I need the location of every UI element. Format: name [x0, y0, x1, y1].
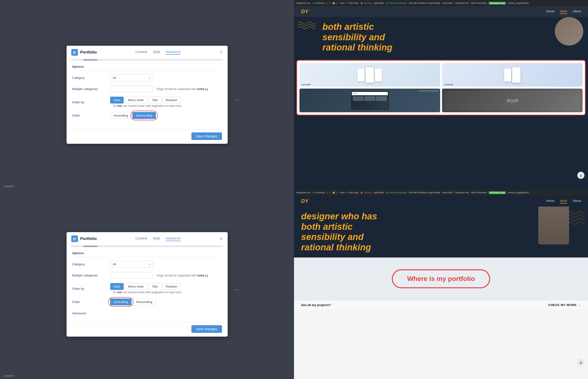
- hero-text-top: both artistic sensibility and rational t…: [301, 22, 581, 53]
- check-my-work-link[interactable]: CHECK MY WORK →: [548, 303, 581, 307]
- order-by-row-bottom: Order by Date Menu order Title Random Do…: [72, 283, 222, 294]
- nav-home-top[interactable]: Home: [546, 9, 554, 14]
- order-label-top: Order: [72, 114, 110, 117]
- scroll-indicator-top: [71, 59, 223, 61]
- portfolio-grid-top: Larroude Larroude: [300, 63, 583, 112]
- options-section-bottom: Options: [72, 251, 222, 257]
- tab-content-bottom[interactable]: Content: [136, 237, 147, 241]
- portfolio-container-top: Larroude Larroude: [294, 58, 588, 118]
- wave-decoration-top: [296, 19, 315, 34]
- phone-mock-2: [366, 67, 374, 83]
- svg-rect-0: [73, 51, 76, 52]
- portfolio-label-1: Larroude: [301, 83, 311, 86]
- order-by-random-btn-top[interactable]: Random: [162, 97, 181, 104]
- order-by-date-btn-bottom[interactable]: Date: [110, 283, 124, 290]
- top-left-quadrant: Portfolio Content Style Advanced ✕ Optio…: [0, 0, 294, 190]
- category-row-bottom: Category All ▼: [72, 261, 222, 268]
- shoe-block-2: [364, 96, 375, 101]
- shoe-block-3: [376, 96, 387, 101]
- svg-rect-4: [73, 239, 75, 239]
- site-nav-bottom: DY Home Work About: [294, 196, 588, 206]
- panel-tabs-top[interactable]: Content Style Advanced: [136, 50, 180, 55]
- admin-customize-top[interactable]: ✏ Customize: [313, 2, 325, 4]
- site-nav-links-bottom: Home Work About: [546, 199, 581, 204]
- tab-style-top[interactable]: Style: [153, 50, 160, 55]
- portfolio-logo: [71, 49, 78, 56]
- category-select-top[interactable]: All: [110, 74, 153, 81]
- nav-home-bottom[interactable]: Home: [546, 199, 554, 204]
- scroll-thumb-top: [83, 59, 97, 61]
- close-button-bottom[interactable]: ✕: [219, 237, 223, 241]
- order-by-menuorder-btn-top[interactable]: Menu order: [125, 97, 147, 104]
- order-control-top: Ascending Descending: [110, 112, 222, 119]
- nav-about-top[interactable]: About: [573, 9, 581, 14]
- admin-site-url-top[interactable]: YangDaisy.com: [296, 2, 311, 4]
- multiple-categories-control-top: Slugs should be separated with coma (,): [110, 85, 222, 92]
- order-btn-group-bottom: Ascending Descending: [110, 299, 222, 305]
- laptop-shoe-row: [353, 96, 387, 101]
- save-changes-btn-bottom[interactable]: Save changes: [191, 325, 222, 333]
- category-label-top: Category: [72, 76, 110, 79]
- scroll-thumb-bottom: [83, 246, 97, 247]
- tab-advanced-bottom[interactable]: Advanced: [166, 237, 180, 241]
- order-by-label-top: Order by: [72, 100, 110, 104]
- multiple-categories-hint-bottom: Slugs should be separated with coma (,): [157, 274, 208, 277]
- category-control-bottom: All ▼: [110, 261, 222, 268]
- order-by-date-btn-top[interactable]: Date: [110, 97, 124, 104]
- laptop-dot-3: [356, 93, 357, 94]
- portfolio-logo-bottom: [71, 236, 78, 242]
- multiple-categories-label-top: Multiple categories: [72, 87, 110, 91]
- site-logo-top: DY: [301, 9, 308, 15]
- panel-header-top: Portfolio Content Style Advanced ✕: [66, 46, 228, 59]
- tab-style-bottom[interactable]: Style: [153, 237, 160, 241]
- order-by-random-btn-bottom[interactable]: Random: [162, 283, 181, 290]
- order-by-title-btn-bottom[interactable]: Title: [148, 283, 161, 290]
- multiple-categories-row-top: Multiple categories Slugs should be sepa…: [72, 85, 222, 92]
- panel-title-bottom: Portfolio: [80, 237, 97, 241]
- panel-tabs-bottom[interactable]: Content Style Advanced: [136, 237, 180, 241]
- nav-work-bottom[interactable]: Work: [560, 199, 567, 204]
- descending-btn-bottom[interactable]: Descending: [132, 299, 156, 305]
- panel-body-bottom: Options Category All ▼ Mu: [66, 247, 228, 320]
- order-row-top: Order Ascending Descending: [72, 112, 222, 119]
- descending-btn-top[interactable]: Descending: [132, 112, 156, 119]
- category-control-top: All ▼: [110, 74, 222, 81]
- product-text: dryyk: [507, 98, 518, 103]
- panel-title-group: Portfolio: [71, 49, 97, 56]
- site-status-badge-top: Site Status: Live: [489, 2, 506, 4]
- descending-btn-wrapper-top: Descending: [132, 112, 156, 119]
- laptop-content-1: [352, 95, 388, 109]
- admin-site-url-bottom[interactable]: YangDaisy.com: [296, 191, 311, 194]
- tab-advanced-top[interactable]: Advanced: [166, 50, 180, 55]
- tab-content-top[interactable]: Content: [136, 50, 147, 55]
- category-select-wrapper-top[interactable]: All ▼: [110, 74, 153, 81]
- ascending-btn-top[interactable]: Ascending: [110, 112, 132, 119]
- order-by-row-top: Order by Date Menu order Title Random Do…: [72, 97, 222, 108]
- site-logo-bottom: DY: [301, 198, 308, 204]
- panel-title: Portfolio: [80, 50, 97, 55]
- multiple-categories-input-bottom[interactable]: [110, 272, 153, 279]
- order-by-title-btn-top[interactable]: Title: [148, 97, 161, 104]
- nav-about-bottom[interactable]: About: [573, 199, 581, 204]
- svg-rect-3: [73, 238, 76, 238]
- order-by-hint-bottom: Do not use random order with pagination …: [113, 291, 181, 294]
- site-nav-top: DY Home Work About: [294, 6, 588, 17]
- multiple-categories-input-top[interactable]: [110, 85, 153, 92]
- category-select-wrapper-bottom[interactable]: All ▼: [110, 261, 153, 268]
- svg-rect-1: [73, 52, 75, 53]
- bottom-label-top-left: projects?: [4, 185, 15, 188]
- product-mock: dryyk: [444, 91, 581, 111]
- portfolio-item-4: dryyk: [442, 89, 583, 112]
- close-button-top[interactable]: ✕: [219, 50, 223, 54]
- scroll-up-btn-bottom[interactable]: ▲: [577, 359, 585, 366]
- nav-work-top[interactable]: Work: [560, 9, 567, 14]
- category-select-bottom[interactable]: All: [110, 261, 153, 268]
- order-by-menuorder-btn-bottom[interactable]: Menu order: [125, 283, 147, 290]
- save-changes-btn-top[interactable]: Save changes: [191, 132, 222, 140]
- ascending-btn-bottom[interactable]: Ascending: [110, 299, 132, 305]
- order-by-control-bottom: Date Menu order Title Random Do not use …: [110, 283, 222, 294]
- scroll-up-btn-top[interactable]: ▲: [577, 172, 585, 179]
- red-arrow-top: →: [232, 95, 241, 105]
- site-status-badge-bottom: Site Status: Live: [489, 191, 506, 194]
- portfolio-label-3: Handmade Footwear: [420, 90, 438, 92]
